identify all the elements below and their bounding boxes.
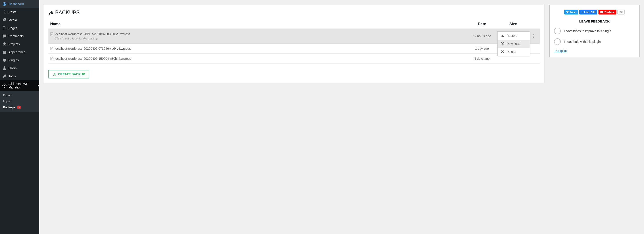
youtube-count: 599 xyxy=(618,9,624,14)
submenu: Export Import Backups 3 xyxy=(0,91,39,112)
svg-point-1 xyxy=(4,66,5,68)
sidebar-item-migration[interactable]: All-in-One WP Migration xyxy=(0,80,39,91)
feedback-panel: Tweet Like 2.8K YouTube 599 LEAVE FEEDBA… xyxy=(549,5,640,57)
feedback-option-help[interactable]: I need help with this plugin xyxy=(554,38,635,45)
tweet-button[interactable]: Tweet xyxy=(564,9,578,14)
col-size: Size xyxy=(499,20,528,29)
file-icon xyxy=(50,57,53,60)
submenu-import[interactable]: Import xyxy=(0,98,39,104)
youtube-button[interactable]: YouTube xyxy=(598,9,616,14)
sidebar-item-media[interactable]: Media xyxy=(0,16,39,24)
youtube-icon xyxy=(600,11,603,13)
sidebar-label: Posts xyxy=(8,10,16,14)
sidebar-label: Users xyxy=(8,66,17,70)
page-title-text: BACKUPS xyxy=(55,9,80,16)
col-name: Name xyxy=(48,20,465,29)
sidebar-item-projects[interactable]: Projects xyxy=(0,40,39,48)
more-vertical-icon xyxy=(533,34,534,38)
backup-name[interactable]: localhost-wordpress-20210525-100758-k0u5… xyxy=(55,32,130,36)
like-count: 2.8K xyxy=(590,11,596,13)
admin-sidebar: Dashboard Posts Media Pages Comments Pro… xyxy=(0,0,39,234)
sidebar-item-tools[interactable]: Tools xyxy=(0,72,39,80)
pages-icon xyxy=(2,26,7,30)
button-label: CREATE BACKUP xyxy=(58,72,85,76)
submenu-label: Backups xyxy=(3,106,15,109)
backup-name[interactable]: localhost-wordpress-20220405-150204-n30h… xyxy=(55,57,131,60)
radio-icon xyxy=(554,28,561,34)
backup-date: 1 day ago xyxy=(465,44,499,54)
comments-icon xyxy=(2,34,7,38)
appearance-icon xyxy=(2,50,7,54)
dashboard-icon xyxy=(2,2,7,6)
submenu-export[interactable]: Export xyxy=(0,92,39,98)
action-label: Delete xyxy=(506,50,516,53)
file-icon xyxy=(50,47,53,50)
sidebar-item-pages[interactable]: Pages xyxy=(0,24,39,32)
svg-point-4 xyxy=(533,34,534,35)
sidebar-item-appearance[interactable]: Appearance xyxy=(0,48,39,56)
sidebar-label: Tools xyxy=(8,74,16,78)
sidebar-label: All-in-One WP Migration xyxy=(8,82,37,89)
social-buttons: Tweet Like 2.8K YouTube 599 xyxy=(554,9,635,14)
label-hint[interactable]: Click to set a label for this backup xyxy=(55,37,464,40)
trustpilot-link[interactable]: Trustpilot xyxy=(554,49,567,53)
sidebar-item-users[interactable]: Users xyxy=(0,64,39,72)
pin-icon xyxy=(2,10,7,14)
check-icon xyxy=(581,11,583,13)
action-delete[interactable]: Delete xyxy=(498,48,530,56)
youtube-label: YouTube xyxy=(604,11,614,13)
radio-label: I have ideas to improve this plugin xyxy=(564,29,611,33)
col-actions xyxy=(528,20,540,29)
action-restore[interactable]: Restore xyxy=(498,32,530,40)
sidebar-label: Media xyxy=(8,18,17,22)
create-backup-button[interactable]: CREATE BACKUP xyxy=(48,70,89,78)
tools-icon xyxy=(2,74,7,78)
sidebar-label: Appearance xyxy=(8,50,26,54)
svg-point-0 xyxy=(4,19,5,20)
table-row: localhost-wordpress-20210525-100758-k0u5… xyxy=(48,29,540,44)
svg-point-6 xyxy=(533,37,534,38)
page-title: BACKUPS xyxy=(48,9,540,16)
action-label: Restore xyxy=(506,34,518,37)
backups-panel: BACKUPS Name Date Size xyxy=(44,5,544,83)
radio-icon xyxy=(554,38,561,45)
migration-icon xyxy=(2,83,7,88)
feedback-title: LEAVE FEEDBACK xyxy=(554,19,635,23)
table-row: localhost-wordpress-20220406-073046-xdd4… xyxy=(48,44,540,54)
sidebar-label: Plugins xyxy=(8,58,19,62)
feedback-option-improve[interactable]: I have ideas to improve this plugin xyxy=(554,28,635,34)
like-label: Like xyxy=(584,11,589,13)
col-date: Date xyxy=(465,20,499,29)
media-icon xyxy=(2,18,7,22)
svg-point-5 xyxy=(533,36,534,37)
twitter-icon xyxy=(566,11,569,13)
more-button[interactable] xyxy=(530,32,538,40)
projects-icon xyxy=(2,42,7,46)
sidebar-label: Dashboard xyxy=(8,2,24,6)
backup-date: 12 hours ago xyxy=(465,29,499,44)
file-icon xyxy=(50,32,53,36)
radio-label: I need help with this plugin xyxy=(564,40,601,43)
sidebar-item-dashboard[interactable]: Dashboard xyxy=(0,0,39,8)
backups-table: Name Date Size localhost-wordpress-20210 xyxy=(48,20,540,64)
content-area: BACKUPS Name Date Size xyxy=(39,0,644,234)
download-icon xyxy=(501,42,504,45)
actions-dropdown: Restore Download Delete xyxy=(497,31,530,56)
svg-point-3 xyxy=(4,85,5,86)
export-icon xyxy=(48,10,54,15)
table-row: localhost-wordpress-20220405-150204-n30h… xyxy=(48,54,540,64)
sidebar-label: Comments xyxy=(8,34,24,38)
like-button[interactable]: Like 2.8K xyxy=(579,9,597,14)
backup-date: 4 days ago xyxy=(465,54,499,64)
tweet-label: Tweet xyxy=(570,11,576,13)
sidebar-item-posts[interactable]: Posts xyxy=(0,8,39,16)
backups-count-badge: 3 xyxy=(17,106,21,109)
users-icon xyxy=(2,66,7,70)
export-icon xyxy=(53,73,56,76)
backup-name[interactable]: localhost-wordpress-20220406-073046-xdd4… xyxy=(55,47,131,50)
action-download[interactable]: Download xyxy=(498,40,530,48)
submenu-backups[interactable]: Backups 3 xyxy=(0,104,39,111)
sidebar-item-comments[interactable]: Comments xyxy=(0,32,39,40)
sidebar-item-plugins[interactable]: Plugins xyxy=(0,56,39,64)
sidebar-label: Pages xyxy=(8,26,18,30)
